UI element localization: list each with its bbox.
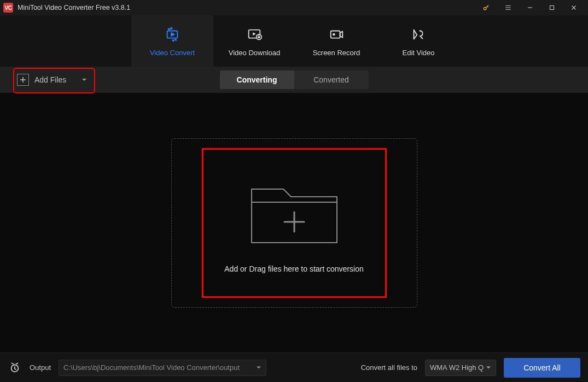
app-title: MiniTool Video Converter Free v3.8.1 <box>18 4 130 11</box>
download-icon <box>246 26 263 43</box>
tab-edit-video[interactable]: Edit Video <box>377 15 459 67</box>
seg-label: Converted <box>313 75 349 84</box>
titlebar: VC MiniTool Video Converter Free v3.8.1 <box>0 0 588 15</box>
output-label: Output <box>30 363 51 372</box>
chevron-down-icon <box>256 363 261 372</box>
svg-rect-1 <box>550 6 554 10</box>
svg-point-7 <box>420 30 421 31</box>
convert-all-label: Convert All <box>523 363 561 372</box>
tab-screen-record[interactable]: Screen Record <box>295 15 377 67</box>
dropzone-text: Add or Drag files here to start conversi… <box>224 265 363 273</box>
menu-button[interactable] <box>497 0 519 15</box>
tab-video-convert[interactable]: Video Convert <box>131 15 213 67</box>
svg-point-6 <box>333 33 335 36</box>
add-files-plus-icon <box>17 74 29 86</box>
tab-video-download[interactable]: Video Download <box>213 15 295 67</box>
output-path-value: C:\Users\bj\Documents\MiniTool Video Con… <box>63 363 240 372</box>
schedule-icon[interactable] <box>8 362 22 374</box>
upgrade-key-icon[interactable] <box>475 0 497 15</box>
dropzone[interactable]: Add or Drag files here to start conversi… <box>171 138 417 308</box>
main-area: Add or Drag files here to start conversi… <box>0 93 588 352</box>
app-logo: VC <box>3 3 13 13</box>
folder-plus-icon <box>245 173 344 251</box>
format-select[interactable]: WMA W2 High Q <box>425 360 496 376</box>
chevron-down-icon <box>81 75 87 84</box>
tab-label: Video Convert <box>150 49 195 57</box>
convert-icon <box>164 26 181 43</box>
dropzone-highlight: Add or Drag files here to start conversi… <box>202 148 387 298</box>
record-icon <box>328 26 345 43</box>
svg-rect-5 <box>331 31 340 38</box>
convert-to-label: Convert all files to <box>361 363 417 372</box>
toolbar: Add Files Converting Converted <box>0 67 588 93</box>
main-tabs: Video Convert Video Download <box>0 15 588 67</box>
seg-converted[interactable]: Converted <box>294 70 369 89</box>
format-selected-value: WMA W2 High Q <box>430 363 484 372</box>
tabs-pad-right <box>459 15 588 67</box>
seg-label: Converting <box>237 75 277 84</box>
app-root: VC MiniTool Video Converter Free v3.8.1 <box>0 0 588 382</box>
convert-all-button[interactable]: Convert All <box>504 358 580 378</box>
tab-label: Edit Video <box>402 49 434 57</box>
close-button[interactable] <box>563 0 585 15</box>
status-segmented: Converting Converted <box>220 70 369 89</box>
chevron-down-icon <box>486 363 491 372</box>
app-logo-text: VC <box>5 5 12 11</box>
edit-icon <box>410 26 427 43</box>
seg-converting[interactable]: Converting <box>220 70 294 89</box>
tab-label: Video Download <box>229 49 280 57</box>
minimize-button[interactable] <box>519 0 541 15</box>
add-files-label: Add Files <box>34 75 66 84</box>
tab-label: Screen Record <box>313 49 360 57</box>
output-path-select[interactable]: C:\Users\bj\Documents\MiniTool Video Con… <box>59 360 266 376</box>
add-files-button[interactable]: Add Files <box>15 70 95 89</box>
tabs-pad-left <box>0 15 131 67</box>
bottombar: Output C:\Users\bj\Documents\MiniTool Vi… <box>0 352 588 382</box>
maximize-button[interactable] <box>541 0 563 15</box>
